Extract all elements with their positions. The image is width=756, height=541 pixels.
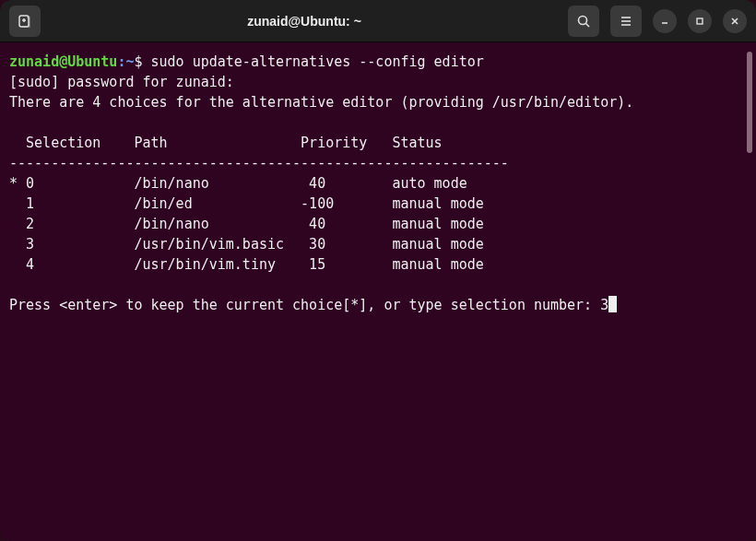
search-icon bbox=[576, 14, 591, 29]
minimize-button[interactable] bbox=[653, 9, 677, 33]
close-button[interactable] bbox=[723, 9, 747, 33]
titlebar-left bbox=[9, 6, 41, 37]
prompt-userhost: zunaid@Ubuntu bbox=[9, 53, 117, 70]
new-tab-button[interactable] bbox=[9, 6, 41, 37]
command-line: sudo update-alternatives --config editor bbox=[151, 53, 484, 70]
svg-point-1 bbox=[579, 16, 587, 24]
table-row: * 0 /bin/nano 40 auto mode bbox=[9, 175, 467, 192]
table-row: 1 /bin/ed -100 manual mode bbox=[9, 195, 484, 212]
svg-rect-7 bbox=[697, 18, 703, 24]
table-header: Selection Path Priority Status bbox=[9, 135, 443, 151]
close-icon bbox=[729, 16, 740, 27]
search-button[interactable] bbox=[568, 6, 599, 37]
table-row: 2 /bin/nano 40 manual mode bbox=[9, 216, 484, 232]
window-title: zunaid@Ubuntu: ~ bbox=[41, 14, 568, 29]
hamburger-icon bbox=[619, 14, 633, 29]
svg-line-2 bbox=[586, 23, 590, 27]
cursor bbox=[608, 296, 617, 312]
maximize-button[interactable] bbox=[688, 9, 712, 33]
titlebar: zunaid@Ubuntu: ~ bbox=[0, 0, 756, 42]
table-row: 3 /usr/bin/vim.basic 30 manual mode bbox=[9, 236, 484, 253]
titlebar-right bbox=[568, 6, 747, 37]
table-row: 4 /usr/bin/vim.tiny 15 manual mode bbox=[9, 256, 484, 273]
user-input: 3 bbox=[600, 297, 608, 313]
minimize-icon bbox=[659, 16, 670, 27]
output-intro: There are 4 choices for the alternative … bbox=[9, 94, 633, 111]
menu-button[interactable] bbox=[610, 6, 642, 37]
output-sudo: [sudo] password for zunaid: bbox=[9, 74, 234, 90]
maximize-icon bbox=[694, 16, 705, 27]
terminal-viewport[interactable]: zunaid@Ubuntu:~$ sudo update-alternative… bbox=[0, 42, 756, 541]
scrollbar-thumb[interactable] bbox=[747, 52, 752, 153]
table-divider: ----------------------------------------… bbox=[9, 155, 509, 171]
new-tab-icon bbox=[18, 14, 32, 29]
prompt-dollar: $ bbox=[134, 53, 150, 70]
prompt-press: Press <enter> to keep the current choice… bbox=[9, 297, 600, 313]
